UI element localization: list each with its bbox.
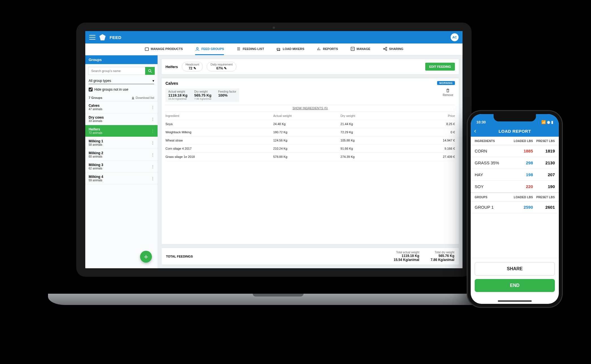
headcount-label: Headcount xyxy=(186,63,199,66)
group-item[interactable]: Milking 459 animals⋮ xyxy=(85,173,158,184)
ing-price: 9.166 € xyxy=(408,147,455,150)
tab-reports[interactable]: REPORTS xyxy=(317,43,338,55)
avatar[interactable]: AC xyxy=(451,33,459,41)
more-icon[interactable]: ⋮ xyxy=(151,129,155,133)
ph-preset: 207 xyxy=(533,172,555,177)
stat-value: 100% xyxy=(218,93,236,97)
tab-label: MANAGE PRODUCTS xyxy=(151,47,183,51)
add-group-button[interactable]: + xyxy=(140,251,152,263)
group-list: Calves47 animals⋮Dry cows33 animals⋮Heif… xyxy=(85,101,158,268)
daily-label: Daily requirement xyxy=(210,63,232,66)
more-icon[interactable]: ⋮ xyxy=(151,164,155,169)
footer-dry-value: 565.76 Kg xyxy=(431,254,454,258)
group-name: Calves xyxy=(89,104,154,108)
tab-sharing[interactable]: SHARING xyxy=(383,43,404,55)
more-icon[interactable]: ⋮ xyxy=(151,141,155,145)
end-button[interactable]: END xyxy=(475,279,555,292)
phone-screen: 10:30 📶 ◉ ▮ ‹ LOAD REPORT INGREDIENTS LO… xyxy=(471,114,559,304)
remove-feeding-button[interactable]: Remove xyxy=(443,88,455,97)
ing-dry: 91.66 Kg xyxy=(341,147,408,150)
ing-name: Grass silage 1e 2018 xyxy=(165,155,273,158)
home-indicator[interactable] xyxy=(498,300,532,302)
tab-load-mixers[interactable]: LOAD MIXERS xyxy=(276,43,304,55)
search-input[interactable] xyxy=(88,67,145,75)
ing-price: 8.25 € xyxy=(408,122,455,126)
more-icon[interactable]: ⋮ xyxy=(151,152,155,157)
group-sub: 33 animals xyxy=(89,119,154,123)
stat-value: 1119.18 Kg xyxy=(168,93,187,97)
svg-point-7 xyxy=(386,47,387,48)
tab-feed-groups[interactable]: FEED GROUPS xyxy=(195,43,224,55)
phone-table: INGREDIENTS LOADED LBS PRESET LBS CORN18… xyxy=(471,137,559,258)
sidebar: Groups All group types ▾ Hide groups not… xyxy=(85,55,158,268)
products-icon xyxy=(145,47,149,51)
ph-name: GRASS 35% xyxy=(475,160,511,165)
more-icon[interactable]: ⋮ xyxy=(151,117,155,121)
ph-loaded: 198 xyxy=(511,172,533,177)
headcount-pill[interactable]: Headcount 72 ✎ xyxy=(182,62,203,71)
group-name: Heifers xyxy=(89,127,154,131)
ph-col-loaded: LOADED LBS xyxy=(511,196,533,199)
footer-actual-value: 1119.18 Kg xyxy=(394,254,419,258)
signal-icon: 📶 xyxy=(541,120,546,124)
tab-label: SHARING xyxy=(389,47,404,51)
group-count: 7 Groups xyxy=(89,96,102,99)
phone-row[interactable]: CORN18851819 xyxy=(471,145,559,157)
ingredient-row[interactable]: Wheat straw124.56 Kg105.88 Kg14.947 € xyxy=(165,136,455,145)
group-item[interactable]: Heifers72 animals⋮ xyxy=(85,125,158,137)
group-sub: 62 animals xyxy=(89,167,154,170)
phone-row[interactable]: SOY220190 xyxy=(471,181,559,193)
ph-name: SOY xyxy=(475,184,511,189)
share-button[interactable]: SHARE xyxy=(475,262,555,276)
phone-row[interactable]: GRASS 35%2982130 xyxy=(471,157,559,169)
group-item[interactable]: Calves47 animals⋮ xyxy=(85,101,158,113)
footer-actual-sub: 15.54 Kg/animal xyxy=(394,258,419,262)
headcount-value: 72 xyxy=(189,66,192,70)
stat-label: Dry weight xyxy=(194,90,208,93)
battery-icon: ▮ xyxy=(551,120,553,124)
share-icon xyxy=(383,47,387,51)
sidebar-search xyxy=(88,67,155,75)
search-button[interactable] xyxy=(145,67,155,75)
ing-name: Wheat straw xyxy=(165,139,273,142)
group-name: Milking 3 xyxy=(89,163,154,167)
hide-groups-checkbox[interactable]: Hide groups not in use xyxy=(89,88,154,91)
main-content: Heifers Headcount 72 ✎ Daily requirement… xyxy=(158,55,463,268)
group-item[interactable]: Milking 158 animals⋮ xyxy=(85,137,158,149)
group-type-filter[interactable]: All group types ▾ xyxy=(89,78,154,84)
ingredient-row[interactable]: Corn silage 4 2017210.24 Kg91.66 Kg9.166… xyxy=(165,145,455,153)
back-button[interactable]: ‹ xyxy=(474,127,476,135)
group-item[interactable]: Milking 260 animals⋮ xyxy=(85,149,158,161)
time-badge: MORNING xyxy=(437,81,455,85)
hide-checkbox[interactable] xyxy=(89,88,93,91)
group-name: Milking 2 xyxy=(89,151,154,155)
download-list-button[interactable]: Download list xyxy=(131,96,154,99)
main-tabs: MANAGE PRODUCTS FEED GROUPS FEEDING LIST… xyxy=(85,43,463,55)
menu-icon[interactable] xyxy=(89,35,95,40)
tab-manage-products[interactable]: MANAGE PRODUCTS xyxy=(145,43,183,55)
ingredient-row[interactable]: Weighback Milking180.72 Kg72.29 Kg0 € xyxy=(165,128,455,136)
download-label: Download list xyxy=(136,96,154,99)
more-icon[interactable]: ⋮ xyxy=(151,105,155,110)
group-item[interactable]: Milking 362 animals⋮ xyxy=(85,161,158,173)
more-icon[interactable]: ⋮ xyxy=(151,176,155,181)
tab-label: MANAGE xyxy=(357,47,370,51)
ing-dry: 274.39 Kg xyxy=(341,155,408,158)
status-icons: 📶 ◉ ▮ xyxy=(541,120,553,124)
group-item[interactable]: Dry cows33 animals⋮ xyxy=(85,113,158,125)
app-screen: FEED AC MANAGE PRODUCTS FEED GROUPS FEED… xyxy=(85,31,463,268)
edit-feeding-button[interactable]: EDIT FEEDING xyxy=(425,63,455,71)
phone-row[interactable]: GROUP 125902601 xyxy=(471,201,559,213)
sidebar-title: Groups xyxy=(85,55,158,64)
show-ingredients-toggle[interactable]: SHOW INGREDIENTS (5) xyxy=(165,105,455,112)
ph-loaded: 1885 xyxy=(511,149,533,153)
ing-dry: 21.44 Kg xyxy=(341,122,408,126)
tab-manage[interactable]: MANAGE xyxy=(350,43,370,55)
ph-name: CORN xyxy=(475,149,511,153)
ingredient-row[interactable]: Grass silage 1e 2018578.88 Kg274.39 Kg27… xyxy=(165,153,455,161)
ingredient-row[interactable]: Soya24.48 Kg21.44 Kg8.25 € xyxy=(165,120,455,128)
ing-actual: 210.24 Kg xyxy=(273,147,340,150)
tab-feeding-list[interactable]: FEEDING LIST xyxy=(236,43,264,55)
daily-requirement-pill[interactable]: Daily requirement 67% ✎ xyxy=(207,62,236,71)
phone-row[interactable]: HAY198207 xyxy=(471,169,559,181)
